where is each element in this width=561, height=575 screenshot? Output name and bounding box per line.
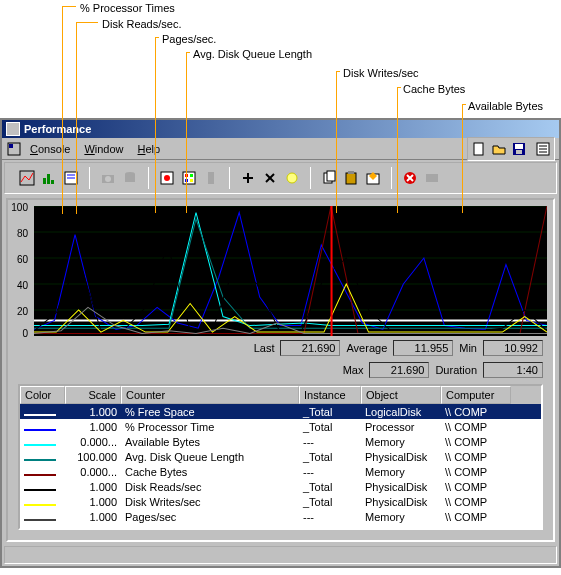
svg-rect-28 (208, 172, 214, 184)
properties-chart-icon[interactable] (363, 168, 383, 188)
svg-rect-20 (125, 174, 135, 182)
y-tick: 60 (17, 254, 28, 265)
callout-disk-reads: Disk Reads/sec. (102, 18, 181, 30)
table-row[interactable]: 1.000% Free Space_TotalLogicalDisk\\ COM… (20, 404, 541, 419)
table-body[interactable]: 1.000% Free Space_TotalLogicalDisk\\ COM… (20, 404, 541, 528)
stat-last-value: 21.690 (280, 340, 340, 356)
new-icon[interactable] (469, 139, 489, 159)
status-bar (4, 546, 557, 564)
callout-available-bytes: Available Bytes (468, 100, 543, 112)
svg-rect-11 (43, 178, 46, 184)
graph-toolbar (4, 162, 557, 194)
th-computer[interactable]: Computer (441, 386, 511, 404)
table-row[interactable]: 1.000% Processor Time_TotalProcessor\\ C… (20, 419, 541, 434)
stat-avg-label: Average (346, 342, 387, 354)
y-tick: 40 (17, 280, 28, 291)
table-row[interactable]: 1.000Disk Reads/sec_TotalPhysicalDisk\\ … (20, 479, 541, 494)
paste-icon[interactable] (341, 168, 361, 188)
counter-table: Color Scale Counter Instance Object Comp… (18, 384, 543, 530)
th-instance[interactable]: Instance (299, 386, 361, 404)
menu-toolbar (467, 137, 555, 161)
table-row[interactable]: 1.000Disk Writes/sec_TotalPhysicalDisk\\… (20, 494, 541, 509)
window-title: Performance (24, 123, 91, 135)
svg-rect-25 (190, 174, 193, 177)
table-header: Color Scale Counter Instance Object Comp… (20, 386, 541, 404)
th-color[interactable]: Color (20, 386, 65, 404)
svg-rect-4 (515, 144, 523, 149)
table-row[interactable]: 0.000...Available Bytes---Memory\\ COMP (20, 434, 541, 449)
svg-point-22 (164, 175, 170, 181)
menu-window[interactable]: Window (78, 141, 129, 157)
callout-disk-writes: Disk Writes/sec (343, 67, 419, 79)
highlight-icon[interactable] (282, 168, 302, 188)
stat-dur-value: 1:40 (483, 362, 543, 378)
svg-rect-12 (47, 174, 50, 184)
add-counter-icon[interactable] (238, 168, 258, 188)
save-icon[interactable] (509, 139, 529, 159)
svg-point-33 (287, 173, 297, 183)
system-menu-icon[interactable] (6, 141, 22, 157)
y-axis-labels: 100 80 60 40 20 0 (10, 206, 30, 336)
callout-pct-processor: % Processor Times (80, 2, 175, 14)
svg-rect-36 (346, 173, 356, 184)
y-tick: 80 (17, 228, 28, 239)
svg-rect-27 (190, 179, 193, 182)
svg-rect-2 (474, 143, 483, 155)
delete-counter-icon[interactable] (260, 168, 280, 188)
view-histogram-icon[interactable] (39, 168, 59, 188)
stat-min-label: Min (459, 342, 477, 354)
svg-rect-5 (516, 150, 522, 154)
stat-last-label: Last (254, 342, 275, 354)
svg-rect-42 (426, 174, 438, 182)
clear-display-icon[interactable] (157, 168, 177, 188)
table-row[interactable]: 1.000Pages/sec---Memory\\ COMP (20, 509, 541, 524)
y-tick: 0 (22, 328, 28, 339)
callout-pages: Pages/sec. (162, 33, 216, 45)
y-tick: 100 (11, 202, 28, 213)
menu-console[interactable]: Console (24, 141, 76, 157)
camera-icon (98, 168, 118, 188)
chart-pane: 100 80 60 40 20 0 Last 21.690 Average 11… (6, 198, 555, 542)
stats-row-1: Last 21.690 Average 11.955 Min 10.992 (14, 336, 547, 358)
callout-cache-bytes: Cache Bytes (403, 83, 465, 95)
svg-rect-13 (51, 180, 54, 184)
menu-help[interactable]: Help (132, 141, 167, 157)
th-counter[interactable]: Counter (121, 386, 299, 404)
y-tick: 20 (17, 306, 28, 317)
svg-rect-1 (9, 144, 13, 148)
svg-rect-37 (348, 171, 354, 174)
view-chart-icon[interactable] (17, 168, 37, 188)
performance-window: Performance Console Window Help (0, 118, 561, 568)
menu-bar: Console Window Help (2, 138, 559, 160)
title-bar[interactable]: Performance (2, 120, 559, 138)
th-object[interactable]: Object (361, 386, 441, 404)
stat-max-label: Max (343, 364, 364, 376)
table-row[interactable]: 0.000...Cache Bytes---Memory\\ COMP (20, 464, 541, 479)
callout-avg-disk-queue: Avg. Disk Queue Length (193, 48, 312, 60)
chart-area[interactable] (34, 206, 547, 336)
chart-svg (34, 206, 547, 336)
stat-min-value: 10.992 (483, 340, 543, 356)
options-icon[interactable] (179, 168, 199, 188)
th-scale[interactable]: Scale (65, 386, 121, 404)
open-icon[interactable] (489, 139, 509, 159)
bookmark-icon (201, 168, 221, 188)
table-row[interactable]: 100.000Avg. Disk Queue Length_TotalPhysi… (20, 449, 541, 464)
stats-row-2: Max 21.690 Duration 1:40 (14, 358, 547, 380)
stat-avg-value: 11.955 (393, 340, 453, 356)
svg-point-18 (105, 176, 111, 182)
stat-max-value: 21.690 (369, 362, 429, 378)
app-icon (6, 122, 20, 136)
properties-icon[interactable] (533, 139, 553, 159)
svg-rect-23 (183, 172, 195, 184)
update-icon (422, 168, 442, 188)
svg-rect-35 (327, 171, 335, 181)
freeze-icon[interactable] (400, 168, 420, 188)
view-report-icon[interactable] (61, 168, 81, 188)
stat-dur-label: Duration (435, 364, 477, 376)
database-icon (120, 168, 140, 188)
